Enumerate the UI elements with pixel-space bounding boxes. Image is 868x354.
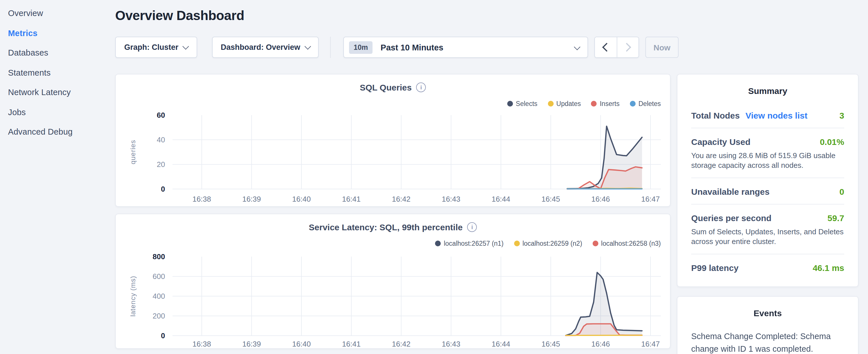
summary-row-qps: Queries per second 59.7 Sum of Selects, …: [691, 204, 844, 254]
sql-queries-chart-card: SQL Queries Selects Updates Inserts: [115, 74, 671, 207]
svg-text:400: 400: [153, 292, 165, 300]
svg-text:16:44: 16:44: [492, 340, 510, 348]
chevron-down-icon: [574, 43, 581, 50]
svg-text:16:41: 16:41: [342, 340, 361, 348]
svg-text:16:42: 16:42: [392, 340, 410, 348]
svg-text:200: 200: [153, 312, 165, 320]
qps-value: 59.7: [828, 213, 844, 223]
summary-row-p99-latency: P99 latency 46.1 ms: [691, 254, 844, 280]
svg-text:16:47: 16:47: [641, 340, 660, 348]
svg-text:16:38: 16:38: [192, 195, 211, 203]
events-panel: Events Schema Change Completed: Schema c…: [677, 296, 859, 354]
main-content: Overview Dashboard Graph: Cluster Dashbo…: [115, 0, 683, 354]
svg-text:16:43: 16:43: [442, 340, 460, 348]
time-back-button[interactable]: [595, 37, 616, 57]
svg-text:16:39: 16:39: [242, 195, 261, 203]
graph-dropdown[interactable]: Graph: Cluster: [115, 37, 197, 58]
svg-text:20: 20: [157, 160, 165, 169]
app-root: Overview Metrics Databases Statements Ne…: [0, 0, 868, 354]
capacity-used-value: 0.01%: [820, 137, 844, 147]
sidebar-item-jobs[interactable]: Jobs: [8, 102, 113, 122]
svg-text:latency (ms): latency (ms): [129, 276, 137, 317]
capacity-used-desc: You are using 28.6 MiB of 515.9 GiB usab…: [691, 151, 844, 170]
service-latency-plot[interactable]: 16:3816:3916:4016:4116:4216:4316:4416:45…: [116, 214, 671, 349]
summary-row-total-nodes: Total Nodes View nodes list 3: [691, 96, 844, 128]
svg-text:0: 0: [161, 185, 165, 193]
svg-text:0: 0: [161, 331, 165, 340]
chevron-right-icon: [622, 43, 631, 52]
page-title: Overview Dashboard: [115, 8, 683, 24]
svg-text:16:45: 16:45: [541, 195, 560, 203]
chevron-down-icon: [183, 43, 189, 50]
sidebar: Overview Metrics Databases Statements Ne…: [0, 0, 113, 142]
toolbar-divider: [330, 37, 331, 58]
sql-queries-plot[interactable]: 16:3816:3916:4016:4116:4216:4316:4416:45…: [116, 74, 671, 207]
now-button[interactable]: Now: [645, 37, 679, 58]
event-message: Schema Change Completed: Schema change w…: [691, 330, 844, 354]
time-forward-button[interactable]: [616, 37, 639, 57]
graph-dropdown-label: Graph: Cluster: [124, 43, 178, 52]
unavailable-ranges-value: 0: [839, 187, 844, 196]
chevron-left-icon: [602, 43, 611, 52]
toolbar: Graph: Cluster Dashboard: Overview 10m P…: [115, 37, 683, 58]
svg-text:16:38: 16:38: [192, 340, 211, 348]
time-range-chip: 10m: [349, 41, 373, 54]
qps-desc: Sum of Selects, Updates, Inserts, and De…: [691, 227, 844, 246]
svg-text:16:45: 16:45: [541, 340, 560, 348]
service-latency-chart-card: Service Latency: SQL, 99th percentile lo…: [115, 214, 671, 349]
svg-text:16:40: 16:40: [292, 195, 311, 203]
svg-text:16:39: 16:39: [242, 340, 261, 348]
sidebar-item-network-latency[interactable]: Network Latency: [8, 83, 113, 102]
sidebar-item-overview[interactable]: Overview: [8, 3, 113, 23]
summary-title: Summary: [691, 86, 844, 96]
svg-text:800: 800: [153, 252, 165, 261]
sidebar-item-advanced-debug[interactable]: Advanced Debug: [8, 122, 113, 142]
time-nav-group: [594, 37, 639, 58]
summary-row-capacity-used: Capacity Used 0.01% You are using 28.6 M…: [691, 128, 844, 178]
svg-text:40: 40: [157, 135, 165, 144]
svg-text:16:41: 16:41: [342, 195, 361, 203]
view-nodes-link[interactable]: View nodes list: [745, 110, 807, 120]
svg-text:16:43: 16:43: [442, 195, 460, 203]
svg-text:16:46: 16:46: [591, 340, 610, 348]
time-range-picker[interactable]: 10m Past 10 Minutes: [343, 37, 588, 58]
summary-panel: Summary Total Nodes View nodes list 3 Ca…: [677, 74, 859, 287]
svg-text:16:47: 16:47: [641, 195, 660, 203]
svg-text:600: 600: [153, 272, 165, 281]
event-list-item: Schema Change Completed: Schema change w…: [691, 330, 844, 354]
total-nodes-value: 3: [839, 110, 844, 120]
sidebar-item-statements[interactable]: Statements: [8, 63, 113, 83]
dashboard-dropdown[interactable]: Dashboard: Overview: [212, 37, 319, 58]
svg-text:16:42: 16:42: [392, 195, 410, 203]
summary-row-unavailable-ranges: Unavailable ranges 0: [691, 178, 844, 204]
dashboard-dropdown-label: Dashboard: Overview: [221, 43, 300, 52]
chevron-down-icon: [304, 43, 311, 50]
sidebar-item-metrics[interactable]: Metrics: [8, 23, 113, 43]
events-title: Events: [691, 308, 844, 318]
svg-text:60: 60: [157, 111, 165, 120]
svg-text:16:40: 16:40: [292, 340, 311, 348]
time-range-label: Past 10 Minutes: [380, 43, 443, 52]
sidebar-item-databases[interactable]: Databases: [8, 43, 113, 63]
svg-text:16:46: 16:46: [591, 195, 610, 203]
p99-latency-value: 46.1 ms: [813, 263, 844, 273]
svg-text:16:44: 16:44: [492, 195, 510, 203]
svg-text:queries: queries: [129, 140, 137, 164]
